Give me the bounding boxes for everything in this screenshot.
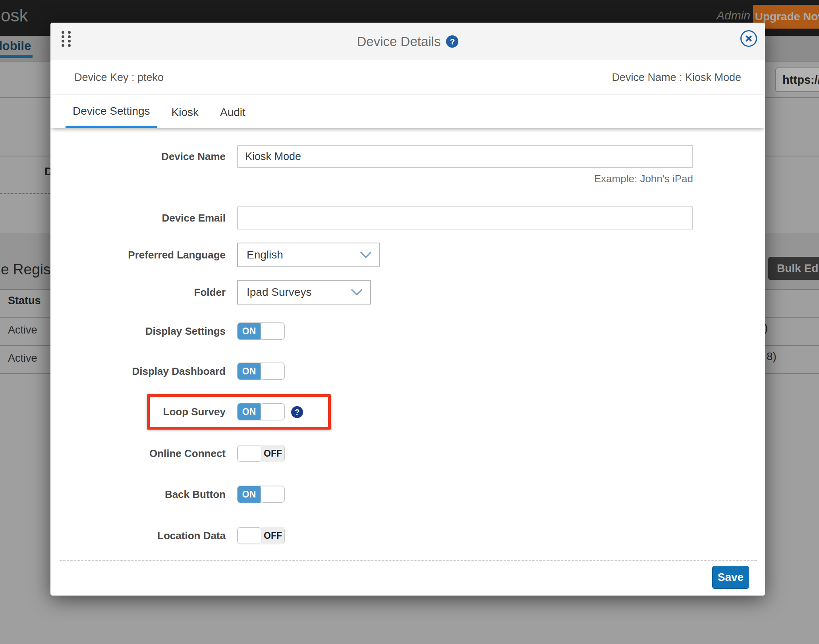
folder-value: Ipad Surveys: [247, 286, 311, 299]
tab-device-settings[interactable]: Device Settings: [66, 96, 157, 128]
preferred-language-row: Preferred Language English: [50, 243, 765, 267]
save-button[interactable]: Save: [712, 566, 749, 589]
toggle-knob: [261, 486, 284, 503]
location-data-row: Location Data OFF: [50, 527, 765, 544]
toggle-state: ON: [238, 403, 261, 420]
toggle-knob: [261, 363, 284, 380]
device-email-label: Device Email: [50, 212, 226, 224]
device-name-input[interactable]: [237, 145, 693, 168]
toggle-knob: [238, 445, 261, 462]
toggle-knob: [238, 527, 261, 544]
back-button-row: Back Button ON: [50, 486, 765, 503]
display-settings-row: Display Settings ON: [50, 322, 765, 340]
toggle-state: OFF: [261, 445, 284, 462]
drag-handle-icon[interactable]: [62, 31, 71, 47]
device-name-text: Device Name : Kiosk Mode: [612, 71, 741, 84]
online-connect-toggle[interactable]: OFF: [237, 445, 285, 462]
folder-label: Folder: [50, 286, 226, 299]
toggle-state: OFF: [261, 527, 284, 544]
back-button-label: Back Button: [50, 488, 226, 501]
preferred-language-value: English: [247, 249, 283, 261]
device-details-modal: Device Details ? Device Key : pteko Devi…: [50, 23, 765, 596]
modal-tabs: Device Settings Kiosk Audit: [50, 96, 765, 128]
toggle-knob: [261, 323, 284, 339]
device-name-row: Device Name: [50, 145, 765, 168]
display-dashboard-toggle[interactable]: ON: [237, 362, 285, 380]
location-data-label: Location Data: [50, 530, 226, 542]
loop-survey-toggle[interactable]: ON: [237, 403, 285, 420]
display-settings-toggle[interactable]: ON: [237, 322, 285, 340]
display-dashboard-label: Display Dashboard: [50, 365, 226, 378]
tab-kiosk[interactable]: Kiosk: [164, 96, 206, 128]
device-key-text: Device Key : pteko: [74, 71, 164, 84]
close-icon[interactable]: [740, 30, 757, 47]
device-email-input[interactable]: [237, 206, 693, 229]
modal-header: Device Details ?: [50, 23, 765, 60]
chevron-down-icon: [360, 252, 371, 258]
help-icon[interactable]: ?: [446, 35, 458, 48]
loop-survey-row: Loop Survey ON: [50, 403, 765, 420]
device-email-row: Device Email: [50, 206, 765, 229]
toggle-state: ON: [238, 486, 261, 503]
loop-survey-label: Loop Survey: [50, 406, 226, 418]
tab-audit[interactable]: Audit: [213, 96, 253, 128]
folder-select[interactable]: Ipad Surveys: [237, 280, 371, 305]
preferred-language-label: Preferred Language: [50, 249, 226, 261]
toggle-knob: [261, 403, 284, 420]
modal-title: Device Details: [357, 34, 441, 49]
page: osk Admin Upgrade Now Mobile https:// D …: [0, 0, 819, 644]
toggle-state: ON: [238, 363, 261, 380]
toggle-state: ON: [238, 323, 261, 339]
back-button-toggle[interactable]: ON: [237, 486, 285, 503]
device-name-hint: Example: John's iPad: [237, 173, 693, 185]
folder-row: Folder Ipad Surveys: [50, 280, 765, 305]
online-connect-label: Online Connect: [50, 447, 226, 460]
display-dashboard-row: Display Dashboard ON: [50, 362, 765, 380]
loop-survey-help-icon[interactable]: ?: [291, 406, 303, 418]
device-key-row: Device Key : pteko Device Name : Kiosk M…: [50, 60, 765, 95]
footer-divider: [60, 560, 757, 561]
display-settings-label: Display Settings: [50, 325, 226, 337]
online-connect-row: Online Connect OFF: [50, 445, 765, 462]
preferred-language-select[interactable]: English: [237, 243, 380, 267]
device-name-label: Device Name: [50, 150, 226, 163]
chevron-down-icon: [351, 289, 362, 296]
location-data-toggle[interactable]: OFF: [237, 527, 285, 544]
